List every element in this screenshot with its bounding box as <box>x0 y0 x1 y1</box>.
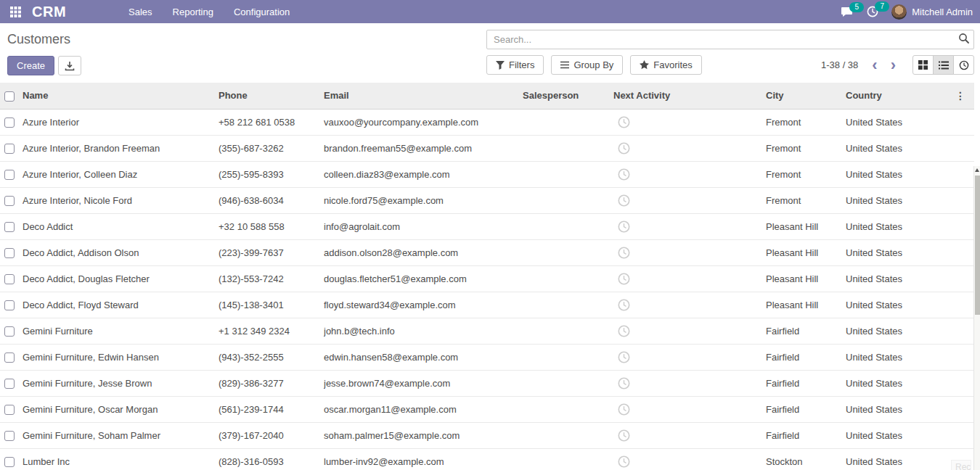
cell-email[interactable]: soham.palmer15@example.com <box>324 422 523 448</box>
column-header-country[interactable]: Country <box>846 83 922 109</box>
cell-phone[interactable]: +58 212 681 0538 <box>219 109 324 135</box>
favorites-button[interactable]: Favorites <box>630 55 701 75</box>
search-input[interactable] <box>486 30 974 49</box>
cell-salesperson[interactable] <box>523 187 613 213</box>
cell-salesperson[interactable] <box>523 135 613 161</box>
cell-salesperson[interactable] <box>523 292 613 318</box>
row-checkbox[interactable] <box>4 274 15 284</box>
cell-phone[interactable]: (946)-638-6034 <box>219 187 324 213</box>
cell-country[interactable]: United States <box>846 292 922 318</box>
next-activity-clock-icon[interactable] <box>618 142 630 154</box>
table-row[interactable]: Gemini Furniture, Jesse Brown(829)-386-3… <box>0 370 974 396</box>
table-row[interactable]: Deco Addict, Addison Olson(223)-399-7637… <box>0 239 974 265</box>
cell-email[interactable]: nicole.ford75@example.com <box>324 187 523 213</box>
cell-name[interactable]: Azure Interior, Colleen Diaz <box>23 161 219 187</box>
row-checkbox[interactable] <box>4 144 15 154</box>
create-button[interactable]: Create <box>7 56 54 75</box>
cell-email[interactable]: lumber-inv92@example.com <box>324 448 523 470</box>
column-header-salesperson[interactable]: Salesperson <box>523 83 613 109</box>
cell-city[interactable]: Fremont <box>766 161 846 187</box>
next-activity-clock-icon[interactable] <box>618 403 630 416</box>
cell-salesperson[interactable] <box>523 318 613 344</box>
cell-salesperson[interactable] <box>523 448 613 470</box>
cell-phone[interactable]: (943)-352-2555 <box>219 344 324 370</box>
cell-country[interactable]: United States <box>846 370 922 396</box>
cell-country[interactable]: United States <box>846 239 922 265</box>
cell-country[interactable]: United States <box>846 187 922 213</box>
cell-name[interactable]: Lumber Inc <box>23 448 219 470</box>
table-row[interactable]: Gemini Furniture, Oscar Morgan(561)-239-… <box>0 396 974 422</box>
cell-city[interactable]: Fremont <box>766 135 846 161</box>
cell-email[interactable]: floyd.steward34@example.com <box>324 292 523 318</box>
cell-phone[interactable]: +32 10 588 558 <box>219 213 324 239</box>
cell-city[interactable]: Pleasant Hill <box>766 292 846 318</box>
next-activity-clock-icon[interactable] <box>618 220 630 233</box>
cell-salesperson[interactable] <box>523 344 613 370</box>
next-activity-clock-icon[interactable] <box>618 351 630 363</box>
cell-country[interactable]: United States <box>846 109 922 135</box>
table-row[interactable]: Azure Interior+58 212 681 0538vauxoo@you… <box>0 109 974 135</box>
cell-salesperson[interactable] <box>523 370 613 396</box>
row-checkbox[interactable] <box>4 196 15 206</box>
cell-phone[interactable]: (829)-386-3277 <box>219 370 324 396</box>
cell-phone[interactable]: (561)-239-1744 <box>219 396 324 422</box>
table-row[interactable]: Deco Addict+32 10 588 558info@agrolait.c… <box>0 213 974 239</box>
row-checkbox[interactable] <box>4 405 15 415</box>
cell-name[interactable]: Azure Interior <box>23 109 219 135</box>
cell-country[interactable]: United States <box>846 422 922 448</box>
cell-salesperson[interactable] <box>523 109 613 135</box>
cell-email[interactable]: douglas.fletcher51@example.com <box>324 265 523 292</box>
cell-phone[interactable]: +1 312 349 2324 <box>219 318 324 344</box>
optional-columns-icon[interactable]: ⋮ <box>955 90 965 102</box>
cell-city[interactable]: Pleasant Hill <box>766 265 846 292</box>
cell-phone[interactable]: (379)-167-2040 <box>219 422 324 448</box>
pager-previous-button[interactable]: ‹ <box>867 58 882 73</box>
next-activity-clock-icon[interactable] <box>618 194 630 207</box>
next-activity-clock-icon[interactable] <box>618 429 630 442</box>
cell-email[interactable]: colleen.diaz83@example.com <box>324 161 523 187</box>
table-row[interactable]: Lumber Inc(828)-316-0593lumber-inv92@exa… <box>0 448 974 470</box>
cell-phone[interactable]: (355)-687-3262 <box>219 135 324 161</box>
cell-country[interactable]: United States <box>846 318 922 344</box>
cell-salesperson[interactable] <box>523 422 613 448</box>
table-row[interactable]: Deco Addict, Douglas Fletcher(132)-553-7… <box>0 265 974 292</box>
group-by-button[interactable]: Group By <box>551 55 623 75</box>
next-activity-clock-icon[interactable] <box>618 299 630 311</box>
cell-city[interactable]: Pleasant Hill <box>766 213 846 239</box>
cell-city[interactable]: Fairfield <box>766 344 846 370</box>
cell-email[interactable]: brandon.freeman55@example.com <box>324 135 523 161</box>
menu-sales[interactable]: Sales <box>118 0 163 23</box>
cell-phone[interactable]: (223)-399-7637 <box>219 239 324 265</box>
row-checkbox[interactable] <box>4 118 15 128</box>
cell-name[interactable]: Deco Addict, Douglas Fletcher <box>23 265 219 292</box>
export-button[interactable] <box>58 56 81 75</box>
cell-phone[interactable]: (132)-553-7242 <box>219 265 324 292</box>
activity-view-button[interactable] <box>953 55 974 75</box>
cell-country[interactable]: United States <box>846 213 922 239</box>
cell-country[interactable]: United States <box>846 265 922 292</box>
column-header-name[interactable]: Name <box>23 83 219 109</box>
next-activity-clock-icon[interactable] <box>618 247 630 259</box>
cell-city[interactable]: Stockton <box>766 448 846 470</box>
cell-email[interactable]: oscar.morgan11@example.com <box>324 396 523 422</box>
activities-button[interactable]: 7 <box>867 6 878 17</box>
cell-phone[interactable]: (145)-138-3401 <box>219 292 324 318</box>
row-checkbox[interactable] <box>4 431 15 441</box>
row-checkbox[interactable] <box>4 300 15 310</box>
filters-button[interactable]: Filters <box>486 55 544 75</box>
cell-country[interactable]: United States <box>846 448 922 470</box>
search-icon[interactable] <box>958 33 970 46</box>
table-row[interactable]: Azure Interior, Nicole Ford(946)-638-603… <box>0 187 974 213</box>
table-row[interactable]: Azure Interior, Colleen Diaz(255)-595-83… <box>0 161 974 187</box>
cell-name[interactable]: Deco Addict, Addison Olson <box>23 239 219 265</box>
cell-name[interactable]: Gemini Furniture, Soham Palmer <box>23 422 219 448</box>
vertical-scrollbar[interactable] <box>973 166 980 470</box>
next-activity-clock-icon[interactable] <box>618 325 630 337</box>
cell-email[interactable]: addison.olson28@example.com <box>324 239 523 265</box>
kanban-view-button[interactable] <box>912 55 934 75</box>
row-checkbox[interactable] <box>4 170 15 180</box>
row-checkbox[interactable] <box>4 457 15 467</box>
cell-city[interactable]: Fremont <box>766 109 846 135</box>
row-checkbox[interactable] <box>4 326 15 337</box>
cell-city[interactable]: Fremont <box>766 187 846 213</box>
